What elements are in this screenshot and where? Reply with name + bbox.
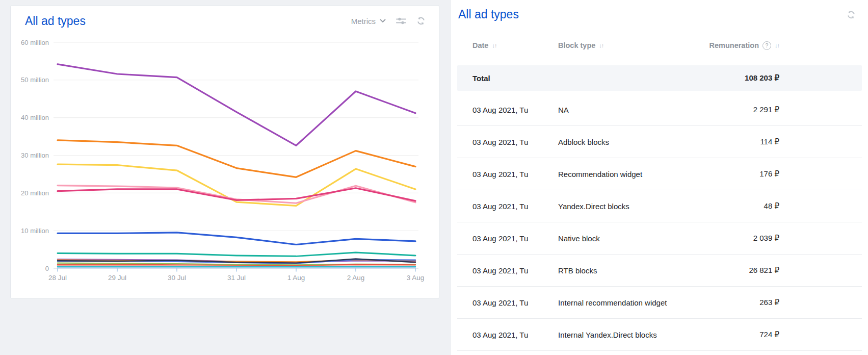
metrics-dropdown[interactable]: Metrics [351,17,386,26]
chevron-down-icon [380,19,386,23]
y-axis-tick-label: 60 million [21,39,49,46]
chart-settings-button[interactable] [396,17,406,25]
table-row: 03 Aug 2021, TuAdblock blocks114 ₽ [457,126,862,158]
sort-icon: ↓↑ [492,42,496,48]
cell-remuneration: 2 291 ₽ [702,105,779,114]
column-label: Remuneration [709,41,759,49]
table-total-row: Total 108 203 ₽ [457,65,862,91]
table-row: 03 Aug 2021, TuInternal recommendation w… [457,287,862,319]
help-icon[interactable]: ? [762,41,771,50]
y-axis-tick-label: 40 million [21,114,49,121]
column-header-date[interactable]: Date ↓↑ [472,41,558,49]
x-axis-tick-label: 30 Jul [168,274,186,282]
column-label: Date [472,41,488,49]
table-row: 03 Aug 2021, TuInternal Yandex.Direct bl… [457,319,862,351]
chart-refresh-button[interactable] [416,16,426,26]
cell-block-type: Native block [558,234,702,243]
y-axis-tick-label: 10 million [21,227,49,235]
y-axis-tick-label: 50 million [21,76,49,84]
cell-block-type: Recommendation widget [558,170,702,179]
table-panel-title: All ad types [458,7,519,21]
x-axis-tick-label: 1 Aug [287,274,305,282]
x-axis-tick-label: 29 Jul [108,274,126,282]
cell-date: 03 Aug 2021, Tu [472,331,558,339]
cell-remuneration: 176 ₽ [702,169,779,179]
cell-remuneration: 48 ₽ [702,201,779,211]
cell-date: 03 Aug 2021, Tu [472,234,558,243]
series-blue-line [58,233,415,245]
x-axis-tick-label: 3 Aug [407,274,425,282]
cell-date: 03 Aug 2021, Tu [472,266,558,275]
cell-date: 03 Aug 2021, Tu [472,170,558,179]
cell-date: 03 Aug 2021, Tu [472,298,558,307]
cell-remuneration: 263 ₽ [702,298,779,307]
table-row: 03 Aug 2021, TuYandex.Direct blocks48 ₽ [457,190,862,222]
cell-remuneration: 26 821 ₽ [702,266,779,275]
metrics-dropdown-label: Metrics [351,17,376,26]
chart-card-controls: Metrics [351,16,426,26]
cell-block-type: NA [558,106,702,114]
cell-total-label: Total [472,74,558,83]
y-axis-tick-label: 0 [45,265,49,272]
table-body: 03 Aug 2021, TuNA2 291 ₽03 Aug 2021, TuA… [451,94,868,351]
table-panel-header: All ad types [451,0,868,21]
chart-card-title: All ad types [25,14,86,28]
sort-icon: ↓↑ [599,42,603,48]
remuneration-table: Date ↓↑ Block type ↓↑ Remuneration ? ↓↑ … [451,37,868,351]
sort-icon: ↓↑ [775,42,779,48]
cell-remuneration: 2 039 ₽ [702,234,779,243]
cell-date: 03 Aug 2021, Tu [472,106,558,114]
cell-block-type: Internal Yandex.Direct blocks [558,331,702,339]
x-axis-tick-label: 2 Aug [347,274,365,282]
table-row: 03 Aug 2021, TuNA2 291 ₽ [457,94,862,126]
refresh-icon [416,16,426,26]
cell-date: 03 Aug 2021, Tu [472,202,558,211]
table-header-row: Date ↓↑ Block type ↓↑ Remuneration ? ↓↑ [457,37,862,54]
ad-types-chart-card: All ad types Metrics [10,5,439,299]
series-purple-line [58,64,415,145]
cell-total-remuneration: 108 203 ₽ [702,73,779,83]
cell-remuneration: 114 ₽ [702,137,779,146]
line-chart: 60 million50 million40 million30 million… [11,32,439,297]
refresh-icon [847,10,856,19]
x-axis-tick-label: 28 Jul [48,274,67,282]
column-header-block-type[interactable]: Block type ↓↑ [558,41,702,49]
cell-block-type: Adblock blocks [558,138,702,146]
cell-remuneration: 724 ₽ [702,330,779,339]
column-label: Block type [558,41,595,49]
table-row: 03 Aug 2021, TuRecommendation widget176 … [457,158,862,190]
table-row: 03 Aug 2021, TuRTB blocks26 821 ₽ [457,255,862,287]
cell-block-type: Internal recommendation widget [558,298,702,307]
table-row: 03 Aug 2021, TuNative block2 039 ₽ [457,222,862,255]
y-axis-tick-label: 30 million [21,151,49,159]
series-teal-line [58,252,415,256]
dashboard-page: { "left_panel": { "title": "All ad types… [0,0,868,355]
y-axis-tick-label: 20 million [21,189,49,197]
column-header-remuneration[interactable]: Remuneration ? ↓↑ [702,41,779,50]
ad-types-table-panel: All ad types Date ↓↑ Block type ↓↑ Remun… [451,0,868,355]
cell-block-type: Yandex.Direct blocks [558,202,702,211]
x-axis-tick-label: 31 Jul [227,274,246,282]
cell-date: 03 Aug 2021, Tu [472,138,558,146]
chart-card-header: All ad types Metrics [11,6,439,28]
sliders-icon [396,17,406,25]
table-refresh-button[interactable] [847,10,856,19]
cell-block-type: RTB blocks [558,266,702,275]
